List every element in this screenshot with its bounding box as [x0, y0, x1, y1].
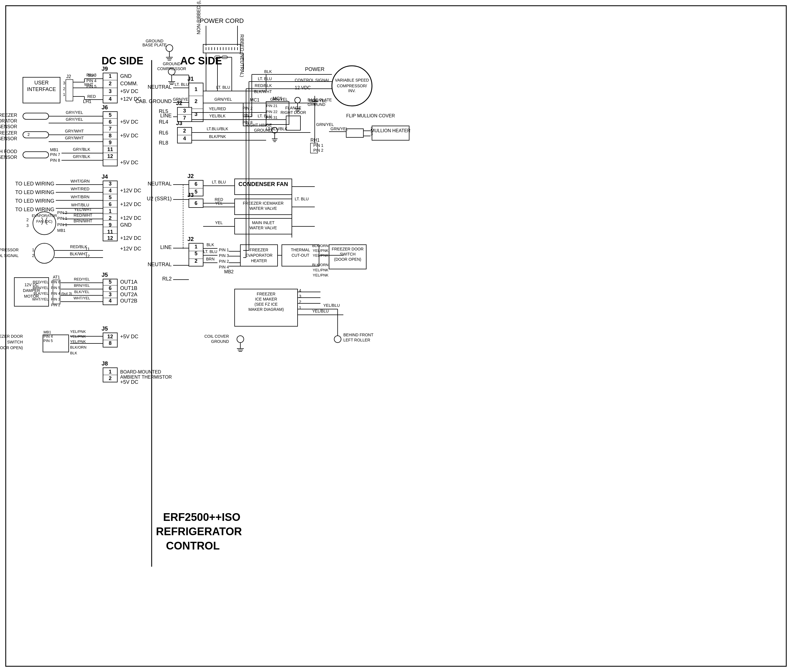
- j9-pin2: 2: [109, 81, 112, 86]
- rh1-pin1: PIN 1: [313, 143, 323, 148]
- ltblublk: LT.BLU/BLK: [207, 126, 228, 131]
- at1-pin5: PIN 5: [51, 286, 61, 290]
- at1-pin4: PIN 4 (but 3): [51, 291, 72, 296]
- gryblk-2: GRY/BLK: [73, 154, 90, 159]
- rl6-label: RL6: [159, 130, 168, 136]
- j5-label: J5: [102, 272, 108, 278]
- fz-ice-maker-label2: ICE MAKER: [255, 297, 277, 301]
- ltblu-j1: LT. BLU: [175, 82, 189, 87]
- mb2-pin1: PIN 1: [219, 248, 229, 252]
- j4-12v-1: +12V DC: [120, 188, 141, 194]
- lh1-label: LH1: [83, 99, 91, 104]
- brnwht: BRN/WHT: [73, 219, 93, 223]
- j5-p6: 6: [109, 285, 112, 291]
- j6-p8: 8: [109, 133, 112, 139]
- j2-ac-p3: 3: [183, 108, 186, 114]
- grywht-2: GRY/WHT: [65, 136, 84, 140]
- j4-12v-5: +12V DC: [120, 246, 141, 251]
- j5-5v: +5V DC: [120, 334, 139, 339]
- j5-out1a: OUT1A: [120, 279, 137, 285]
- j4-gnd: GND: [120, 222, 132, 228]
- rh1-label: RH1: [310, 138, 319, 142]
- mc1-pin2: PIN 2: [242, 106, 252, 110]
- user-interface-label2: INTERFACE: [27, 86, 56, 92]
- j2-low-p2: 2: [195, 258, 197, 264]
- title-line1: ERF2500++ISO: [163, 511, 240, 523]
- fresh-food-label2: SENSOR: [0, 155, 17, 160]
- yelpnk-ann2: YEL/PNK: [313, 273, 329, 277]
- fz-door-sw-ac-label1: FREEZER DOOR: [332, 247, 363, 251]
- led-wiring-3: TO LED WIRING: [15, 198, 54, 204]
- freezer-evap-label3: SENSOR: [0, 124, 17, 129]
- j8-label: J8: [102, 360, 108, 366]
- yelwht: YEL/WHT: [74, 207, 92, 212]
- vsc-label3: INV.: [348, 88, 356, 93]
- title-line3: CONTROL: [166, 540, 220, 552]
- at1-pin2: PIN 2: [51, 303, 61, 307]
- j2-ac2-p6: 6: [195, 181, 197, 187]
- evap-pin2: 2: [26, 218, 29, 222]
- vsc-label2: COMPRESSOR/: [337, 83, 367, 88]
- fz-ice-valve-label2: WATER VALVE: [249, 206, 277, 211]
- j4-p4: 4: [109, 188, 112, 194]
- j6-p12: 12: [107, 154, 113, 159]
- rl8-label: RL8: [159, 140, 168, 146]
- j3-lower-label: J3: [187, 192, 194, 198]
- red-wire-1: RED: [87, 94, 96, 99]
- wiring-diagram: ERF2500++ISO REFRIGERATOR CONTROL DC SID…: [0, 0, 792, 672]
- j2-label: J2: [66, 74, 71, 79]
- j2-ac-p7: 7: [183, 115, 186, 121]
- rl5-label: RL5: [159, 109, 168, 114]
- yelblu-ice: YEL/BLU: [323, 303, 340, 308]
- j5-out2b: OUT2B: [120, 298, 137, 304]
- j9-pin1: 1: [109, 73, 112, 79]
- j6-p9: 9: [109, 140, 112, 146]
- evap-fan-label2: FAN (DC): [36, 219, 53, 224]
- fz-pin4: PIN 4: [43, 334, 53, 339]
- j4-p2: 2: [109, 215, 112, 221]
- right-door-flange-label2: FLANGE: [285, 106, 301, 110]
- j8-thermistor2: AMBIENT THERMISTOR: [120, 374, 172, 379]
- j4-p3: 3: [109, 181, 112, 187]
- whtblu: WHT/BLU: [71, 203, 89, 207]
- yel-icemaker: YEL: [215, 201, 223, 205]
- ltblu-out: LT. BLU: [216, 85, 230, 90]
- fz-door-sw-label1: FREEZER DOOR: [0, 334, 23, 339]
- damper-wire1: RED/YEL: [33, 280, 49, 284]
- evap-fan-label1: EVAPORATOR: [32, 213, 57, 218]
- mc1-label: MC1: [250, 98, 260, 102]
- j9-comm: COMM.: [120, 81, 138, 86]
- fz-evap-heat-label2: EVAPORATOR: [246, 253, 273, 258]
- j6-5v-2: +5V DC: [120, 133, 139, 139]
- evap-pin2-label: PIN 2: [57, 210, 67, 215]
- d-blkyel: BLK/YEL: [74, 290, 89, 294]
- fz-ice-maker-label3: (SEE FZ ICE: [255, 302, 278, 307]
- j6-p5: 5: [109, 112, 112, 118]
- led-wiring-4: TO LED WIRING: [15, 206, 54, 212]
- main-inlet-label1: MAIN INLET: [252, 220, 275, 225]
- vsc-label1: VARIABLE SPEED: [335, 78, 369, 82]
- sensor-pin2: 2: [27, 132, 30, 137]
- j5-p8: 8: [109, 340, 112, 346]
- j1-label: J1: [187, 75, 194, 82]
- grywht-1: GRY/WHT: [65, 129, 84, 133]
- mc1-detail-label: MC1: [273, 96, 283, 101]
- fz-evap-heat-label3: HEATER: [251, 258, 267, 263]
- title-line2: REFRIGERATOR: [156, 525, 242, 538]
- mb2-pin4: PIN 4: [219, 265, 229, 269]
- at1-pin6: PIN 6: [51, 280, 61, 284]
- pin3-label: PIN 3: [86, 73, 96, 77]
- freezer-evap-label1: FREEZER: [0, 113, 17, 118]
- ltblu-bus: LT. BLU: [295, 197, 309, 201]
- j5-p3: 3: [109, 292, 112, 298]
- j4-12v-2: +12V DC: [120, 202, 141, 207]
- j2-low-p5: 5: [195, 251, 197, 256]
- j4-p12: 12: [107, 235, 113, 241]
- comp-ground-label2: GROUND: [163, 62, 180, 66]
- rh1-pin2: PIN 2: [313, 148, 323, 152]
- led-wiring-2: TO LED WIRING: [15, 189, 54, 195]
- main-inlet-label2: WATER VALVE: [249, 226, 277, 230]
- ltblu-to-comp: LT. BLU: [258, 77, 272, 81]
- freezer-sensor-label2: SENSOR: [0, 136, 17, 141]
- cab-ground-j1: CAB. GROUND: [135, 98, 172, 104]
